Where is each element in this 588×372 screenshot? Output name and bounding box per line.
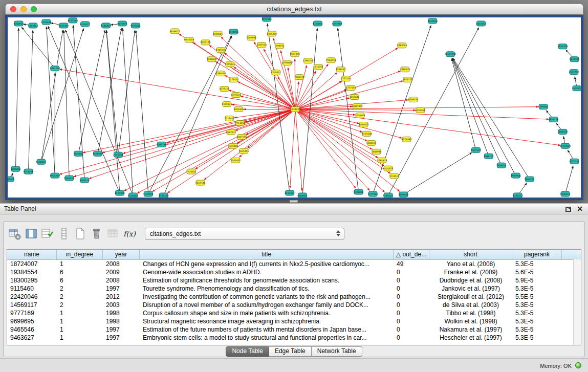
graph-node[interactable]: 9213311 bbox=[28, 23, 38, 28]
graph-node[interactable]: 9153404 bbox=[285, 190, 295, 195]
graph-node[interactable]: 2534004 bbox=[113, 152, 123, 157]
graph-node[interactable]: 1275141 bbox=[225, 62, 235, 67]
graph-node[interactable]: 2814504 bbox=[427, 18, 438, 24]
graph-node[interactable]: 2483093 bbox=[397, 43, 407, 48]
graph-node[interactable]: 9105806 bbox=[11, 166, 21, 171]
network-window-titlebar[interactable]: citations_edges.txt bbox=[5, 4, 583, 15]
tab-node-table[interactable]: Node Table bbox=[226, 346, 269, 357]
table-mode-button[interactable] bbox=[8, 226, 22, 242]
zoom-window-button[interactable] bbox=[31, 6, 37, 12]
graph-node[interactable]: 7937107 bbox=[471, 147, 481, 152]
graph-node[interactable]: 9185505 bbox=[383, 193, 394, 198]
graph-node[interactable]: 10790697 bbox=[281, 60, 293, 65]
graph-node[interactable]: 9118209 bbox=[24, 169, 34, 174]
graph-node[interactable]: 3067155 bbox=[237, 134, 247, 139]
graph-node[interactable]: 1694911 bbox=[274, 43, 285, 49]
graph-node[interactable]: 9107240 bbox=[68, 18, 78, 23]
import-table-button[interactable] bbox=[106, 226, 120, 242]
table-row[interactable]: 1938455462009Genome-wide association stu… bbox=[7, 268, 581, 276]
graph-node[interactable]: 9106001 bbox=[36, 159, 47, 164]
graph-node[interactable]: 7969906 bbox=[511, 173, 521, 178]
graph-node[interactable]: 3210644 bbox=[355, 113, 365, 118]
table-row[interactable]: 1456911722003Disruption of a novel membe… bbox=[7, 301, 581, 309]
graph-node[interactable]: 1284004 bbox=[216, 71, 226, 76]
column-header-in_degree[interactable]: in_degree bbox=[57, 250, 103, 259]
graph-node[interactable]: 7713455 bbox=[235, 120, 246, 125]
edit-columns-button[interactable] bbox=[40, 226, 55, 242]
graph-node[interactable]: 12103054 bbox=[559, 143, 571, 148]
graph-node[interactable]: 2265510 bbox=[256, 42, 267, 48]
network-canvas-svg[interactable]: 9203931921331191554939132307910724091200… bbox=[8, 17, 581, 198]
show-columns-button[interactable] bbox=[24, 226, 38, 242]
graph-node[interactable]: 8153074 bbox=[313, 21, 323, 26]
graph-node[interactable]: 9030501 bbox=[213, 31, 223, 36]
graph-node[interactable]: 1616255 bbox=[313, 64, 323, 70]
graph-node[interactable]: 7558292 bbox=[336, 67, 346, 72]
column-header-title[interactable]: title bbox=[140, 250, 394, 259]
graph-node[interactable]: 10047427 bbox=[352, 104, 363, 109]
function-builder-button[interactable]: f(x) bbox=[122, 226, 137, 242]
graph-node[interactable]: 7980301 bbox=[525, 177, 535, 182]
table-row[interactable]: 969969511998Structural magnetic resonanc… bbox=[7, 317, 581, 325]
graph-node[interactable]: 7713401 bbox=[225, 116, 235, 121]
graph-node[interactable]: 1585695 bbox=[366, 140, 377, 145]
graph-node[interactable]: 9197835 bbox=[130, 23, 141, 28]
graph-node[interactable]: 8172902 bbox=[332, 21, 342, 26]
graph-node[interactable]: 7485035 bbox=[400, 67, 410, 72]
graph-node[interactable]: 1185210 bbox=[216, 48, 226, 53]
graph-node[interactable]: 9105801 bbox=[8, 177, 15, 182]
graph-node[interactable]: 9245012 bbox=[513, 193, 523, 198]
table-body[interactable]: 1872400712008Changes of HCN gene express… bbox=[7, 260, 581, 342]
graph-node[interactable]: 7558255 bbox=[326, 58, 336, 63]
table-row[interactable]: 911546021997Tourette syndrome. Phenomeno… bbox=[7, 285, 581, 293]
graph-node[interactable]: 4275512 bbox=[231, 93, 242, 98]
graph-node[interactable]: 9117809 bbox=[115, 190, 125, 195]
column-header-out_de[interactable]: △ out_de... bbox=[394, 250, 429, 259]
graph-node[interactable]: 1621200 bbox=[558, 44, 568, 49]
graph-node[interactable]: 9203931 bbox=[14, 21, 24, 26]
tab-edge-table[interactable]: Edge Table bbox=[269, 346, 312, 357]
graph-node[interactable]: 1225439 bbox=[267, 31, 277, 36]
graph-node[interactable]: 9177702 bbox=[368, 191, 378, 196]
row-options-button[interactable] bbox=[57, 226, 71, 242]
graph-node[interactable]: 8579385 bbox=[402, 137, 412, 142]
graph-node[interactable]: 1584923 bbox=[377, 158, 387, 163]
graph-node[interactable]: 9175875 bbox=[117, 21, 127, 26]
table-selector-dropdown[interactable]: citations_edges.txt bbox=[145, 228, 344, 240]
graph-node[interactable]: 9155493 bbox=[41, 19, 52, 25]
graph-node[interactable]: 1875715 bbox=[403, 77, 413, 82]
close-window-button[interactable] bbox=[10, 6, 16, 12]
graph-node[interactable]: 8461625 bbox=[359, 122, 369, 127]
table-row[interactable]: 946554611997Estimation of the future num… bbox=[7, 325, 581, 334]
graph-node[interactable]: 1387788 bbox=[157, 142, 167, 147]
graph-node[interactable]: 7625455 bbox=[239, 148, 249, 154]
graph-node[interactable]: 8549235 bbox=[408, 97, 419, 102]
graph-node[interactable]: 9142205 bbox=[159, 193, 169, 198]
graph-node[interactable]: 9186855 bbox=[101, 23, 111, 28]
table-row[interactable]: 977716911998Corpus callosum shape and si… bbox=[7, 309, 581, 317]
graph-node[interactable]: 1595842 bbox=[538, 104, 549, 110]
graph-node[interactable]: 1651644 bbox=[350, 95, 360, 100]
graph-node[interactable]: 9132307 bbox=[59, 23, 69, 28]
graph-node[interactable]: 1604520 bbox=[558, 129, 568, 134]
column-header-name[interactable]: name bbox=[7, 250, 57, 259]
graph-node[interactable]: 9194406 bbox=[399, 192, 409, 197]
delete-column-button[interactable] bbox=[90, 226, 104, 242]
table-row[interactable]: 1872400712008Changes of HCN gene express… bbox=[7, 260, 581, 268]
graph-node[interactable]: 9014203 bbox=[184, 37, 194, 42]
graph-node[interactable]: 1530442 bbox=[231, 158, 241, 163]
graph-node[interactable]: 2815055 bbox=[476, 21, 486, 26]
float-panel-icon[interactable] bbox=[565, 207, 571, 212]
graph-node[interactable]: 2526049 bbox=[93, 151, 103, 156]
graph-node[interactable]: 1321608 bbox=[362, 131, 372, 136]
graph-node[interactable]: 1596235 bbox=[303, 58, 313, 63]
graph-node[interactable]: 9105405 bbox=[234, 107, 244, 112]
graph-node[interactable]: 2061050 bbox=[50, 66, 60, 71]
column-header-pagerank[interactable]: pagerank bbox=[512, 250, 562, 259]
graph-node[interactable]: 9160901 bbox=[297, 193, 308, 198]
graph-node[interactable]: 1777144 bbox=[341, 76, 351, 81]
graph-node[interactable]: 9126602 bbox=[128, 193, 138, 198]
column-header-short[interactable]: short bbox=[429, 250, 512, 259]
graph-node[interactable]: 7625400 bbox=[228, 143, 238, 148]
graph-node[interactable]: 9168808 bbox=[354, 189, 364, 194]
